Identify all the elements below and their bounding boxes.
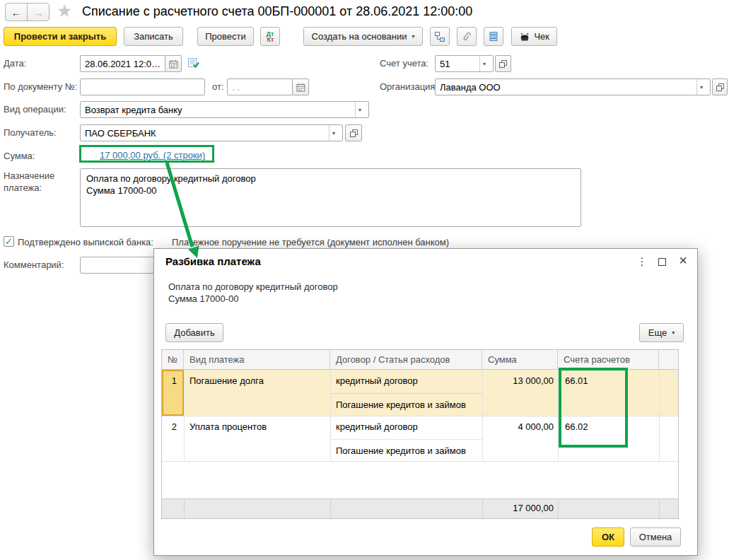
table-total-row (162, 498, 678, 518)
organization-open-button[interactable] (712, 78, 728, 95)
chevron-down-icon[interactable]: ▾ (329, 125, 338, 141)
row2-account-cell[interactable]: 66.02 (565, 421, 588, 433)
account-combo[interactable]: 51 ▾ (435, 55, 494, 72)
document-window: ← → ★ Списание с расчетного счета 00БП-0… (0, 0, 729, 560)
more-button[interactable]: Еще ▾ (639, 323, 684, 342)
show-postings-button[interactable]: Дт Кт (260, 27, 280, 46)
enter-from-statement-button[interactable] (187, 57, 200, 71)
open-link-icon (716, 83, 725, 92)
page-title: Списание с расчетного счета 00БП-000001 … (82, 4, 472, 19)
chevron-down-icon: ▾ (412, 33, 414, 40)
doc-date-label: от: (212, 81, 224, 93)
row1-amount-cell[interactable]: 13 000,00 (482, 375, 558, 387)
doc-number-input[interactable] (80, 78, 205, 95)
cancel-label: Отмена (639, 532, 672, 542)
dialog-menu-button[interactable]: ⋮ (635, 255, 649, 269)
date-calendar-button[interactable] (165, 55, 182, 72)
related-documents-icon (434, 31, 445, 42)
close-icon: × (679, 252, 687, 269)
doc-number-label: По документу №: (4, 81, 77, 93)
chevron-down-icon[interactable]: ▾ (355, 102, 364, 117)
total-amount: 17 000,00 (482, 503, 558, 514)
operation-type-combo[interactable]: Возврат кредита банку ▾ (80, 101, 369, 118)
row1-account-cell[interactable]: 66.01 (565, 375, 588, 387)
purpose-label-line2: платежа: (4, 182, 42, 194)
purpose-textarea[interactable]: Оплата по договору кредитный договор Сум… (80, 168, 581, 227)
purpose-text-line2: Сумма 17000-00 (86, 185, 575, 197)
payee-value: ПАО СБЕРБАНК (85, 128, 156, 139)
confirmed-label: Подтверждено выпиской банка: (18, 237, 153, 248)
back-icon: ← (11, 6, 22, 18)
date-input[interactable]: 28.06.2021 12:00:00 (80, 55, 165, 72)
dialog-close-button[interactable]: × (676, 253, 690, 267)
statement-check-icon (187, 57, 200, 69)
open-link-icon (498, 59, 508, 69)
post-and-close-label: Провести и закрыть (14, 31, 106, 42)
row1-contract-cell[interactable]: кредитный договор (336, 375, 418, 387)
post-and-close-button[interactable]: Провести и закрыть (4, 27, 117, 46)
forward-icon: → (33, 6, 44, 18)
row2-payment-type-cell[interactable]: Уплата процентов (189, 421, 267, 433)
amount-label: Сумма: (4, 151, 35, 162)
calendar-icon (296, 83, 305, 92)
cancel-button[interactable]: Отмена (630, 527, 681, 547)
row2-amount-cell[interactable]: 4 000,00 (482, 421, 558, 433)
chevron-down-icon[interactable]: ▾ (479, 56, 489, 71)
date-value: 28.06.2021 12:00:00 (85, 59, 161, 69)
row1-article-cell[interactable]: Погашение кредитов и займов (336, 399, 466, 411)
create-based-on-button[interactable]: Создать на основании ▾ (303, 27, 423, 46)
maximize-icon (658, 258, 666, 266)
ok-label: ОК (602, 532, 614, 542)
organization-label: Организация: (380, 81, 438, 93)
account-open-button[interactable] (495, 55, 511, 72)
row1-payment-type-cell[interactable]: Погашение долга (189, 375, 264, 387)
back-button[interactable]: ← (5, 3, 28, 21)
register-records-button[interactable] (484, 27, 503, 46)
col-header-num[interactable]: № (162, 350, 184, 370)
organization-combo[interactable]: Лаванда ООО ▾ (435, 78, 711, 95)
doc-date-calendar-button[interactable] (292, 78, 309, 95)
doc-date-input[interactable]: . . (227, 78, 293, 95)
row2-article-cell[interactable]: Погашение кредитов и займов (336, 445, 466, 457)
more-label: Еще (648, 327, 667, 338)
forward-button[interactable]: → (27, 3, 49, 21)
operation-type-value: Возврат кредита банку (85, 105, 182, 115)
chevron-down-icon: ▾ (672, 329, 675, 336)
amount-breakdown-link[interactable]: 17 000,00 руб. (2 строки) (100, 150, 205, 161)
receipt-button[interactable]: Чек (511, 27, 557, 46)
account-value: 51 (440, 59, 450, 69)
payment-breakdown-dialog: Разбивка платежа ⋮ × Оплата по договору … (153, 248, 698, 556)
related-documents-button[interactable] (430, 27, 450, 46)
chevron-down-icon[interactable]: ▾ (696, 79, 706, 95)
dialog-title: Разбивка платежа (165, 255, 261, 267)
col-header-payment-type[interactable]: Вид платежа (184, 350, 330, 370)
row2-contract-cell[interactable]: кредитный договор (336, 421, 418, 433)
dialog-description-line1: Оплата по договору кредитный договор (168, 281, 338, 293)
payee-combo[interactable]: ПАО СБЕРБАНК ▾ (80, 124, 343, 141)
post-button[interactable]: Провести (197, 27, 254, 46)
dialog-maximize-button[interactable] (655, 255, 669, 269)
payee-label: Получатель: (4, 127, 57, 139)
col-header-amount[interactable]: Сумма (482, 350, 558, 370)
favorite-star-icon[interactable]: ★ (57, 2, 72, 20)
row2-num: 2 (162, 421, 181, 433)
col-header-contract[interactable]: Договор / Статья расходов (330, 350, 482, 370)
create-based-on-label: Создать на основании (312, 31, 407, 42)
paperclip-icon (461, 31, 472, 42)
payee-open-button[interactable] (345, 124, 362, 141)
post-label: Провести (205, 31, 246, 42)
cash-register-icon (519, 31, 530, 42)
add-row-button[interactable]: Добавить (165, 323, 223, 342)
col-header-account[interactable]: Счета расчетов (558, 350, 659, 370)
dtkt-icon: Дт Кт (267, 31, 274, 42)
attachments-button[interactable] (457, 27, 477, 46)
save-label: Записать (134, 31, 173, 42)
breakdown-table: № Вид платежа Договор / Статья расходов … (161, 349, 679, 519)
save-button[interactable]: Записать (124, 27, 183, 46)
table-header: № Вид платежа Договор / Статья расходов … (162, 350, 678, 370)
ok-button[interactable]: ОК (592, 527, 624, 547)
confirmed-note: Платежное поручение не требуется (докуме… (172, 237, 449, 248)
confirmed-checkbox[interactable]: ✓ (4, 236, 14, 247)
calendar-icon (169, 59, 178, 69)
doc-date-placeholder: . . (232, 82, 240, 93)
